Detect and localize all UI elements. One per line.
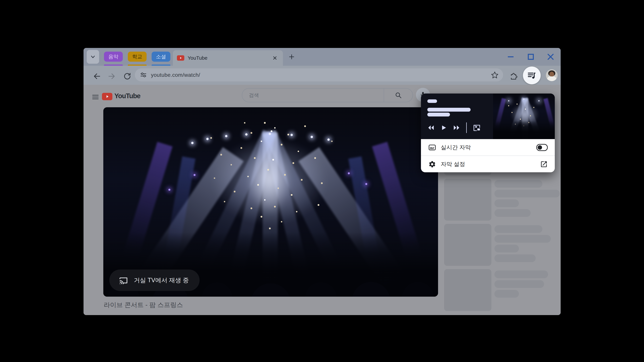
- youtube-logo-icon[interactable]: [102, 93, 112, 100]
- skeleton-text-line: [494, 225, 542, 233]
- cast-icon: [119, 276, 128, 285]
- skeleton-text-line: [494, 245, 519, 252]
- controls-divider: [466, 122, 467, 133]
- skeleton-text-line: [494, 254, 536, 262]
- skeleton-thumbnail: [444, 179, 492, 221]
- avatar-shirt: [547, 76, 556, 81]
- skeleton-text-line: [494, 180, 542, 188]
- tab-groups: 음악학교소셜: [104, 52, 170, 62]
- extensions-button[interactable]: [508, 71, 518, 81]
- url-text[interactable]: youtube.com/watch/: [151, 72, 200, 78]
- concert-video-frame: [103, 107, 438, 297]
- skeleton-text-line: [494, 290, 519, 298]
- media-title-placeholder: [427, 108, 470, 112]
- next-track-button[interactable]: [453, 124, 460, 132]
- tab-strip: 음악학교소셜 YouTube: [84, 48, 561, 66]
- previous-track-button[interactable]: [427, 124, 435, 132]
- tab-search-button[interactable]: [87, 50, 99, 64]
- star-icon: [491, 71, 499, 79]
- video-player[interactable]: 거실 TV에서 재생 중: [103, 107, 438, 297]
- new-tab-button[interactable]: [287, 52, 296, 62]
- chevron-down-icon: [89, 53, 96, 60]
- live-caption-toggle[interactable]: [536, 144, 548, 151]
- skeleton-text-line: [494, 199, 519, 207]
- media-info: [421, 93, 493, 139]
- skeleton-thumbnail: [444, 269, 492, 311]
- hamburger-icon: [92, 93, 100, 101]
- cast-status-chip[interactable]: 거실 TV에서 재생 중: [109, 270, 200, 291]
- skeleton-thumbnail: [444, 224, 492, 266]
- puzzle-icon: [509, 72, 518, 80]
- skeleton-row: [444, 269, 561, 311]
- live-caption-row[interactable]: 실시간 자막: [421, 139, 555, 156]
- browser-toolbar: youtube.com/watch/: [84, 66, 561, 85]
- queue-music-icon: [527, 71, 536, 80]
- back-button[interactable]: [92, 71, 102, 81]
- skeleton-text-line: [494, 280, 544, 288]
- tab-close-icon[interactable]: [271, 54, 278, 62]
- toggle-knob: [538, 145, 542, 150]
- reload-icon: [123, 72, 132, 80]
- skeleton-text-line: [494, 209, 531, 217]
- skeleton-row: [444, 179, 561, 221]
- caption-settings-label: 자막 설정: [441, 160, 540, 168]
- media-controls-popup: 실시간 자막 자막 설정: [421, 93, 555, 172]
- picture-in-picture-button[interactable]: [472, 123, 481, 132]
- video-title: 라이브 콘서트 - 팜 스프링스: [104, 301, 183, 309]
- tab-group-underline: [152, 64, 170, 66]
- forward-arrow-icon: [108, 72, 116, 80]
- tab-group-chip[interactable]: 음악: [104, 52, 123, 62]
- maximize-button[interactable]: [527, 48, 535, 66]
- profile-avatar[interactable]: [546, 69, 558, 81]
- media-artist-placeholder: [427, 113, 450, 116]
- cast-status-text: 거실 TV에서 재생 중: [134, 276, 189, 284]
- forward-button[interactable]: [107, 71, 117, 81]
- youtube-wordmark[interactable]: YouTube: [114, 92, 140, 100]
- media-label-placeholder: [427, 99, 437, 103]
- live-caption-label: 실시간 자막: [441, 144, 536, 151]
- skeleton-row: [444, 224, 561, 266]
- search-bar: [242, 88, 413, 102]
- active-tab-youtube[interactable]: YouTube: [173, 50, 283, 66]
- live-caption-icon: [428, 143, 436, 151]
- play-button[interactable]: [440, 124, 447, 131]
- tab-group-underline: [128, 64, 146, 66]
- search-button[interactable]: [384, 88, 412, 102]
- tab-group-chip[interactable]: 학교: [128, 52, 146, 62]
- skeleton-text-line: [494, 235, 551, 243]
- avatar-face: [550, 72, 554, 77]
- tab-group-chip[interactable]: 소셜: [152, 52, 170, 62]
- youtube-favicon-icon: [177, 55, 184, 61]
- menu-hamburger-button[interactable]: [90, 92, 100, 102]
- close-window-button[interactable]: [547, 48, 554, 66]
- media-artwork: [493, 93, 555, 139]
- address-bar[interactable]: youtube.com/watch/: [135, 68, 503, 81]
- gear-icon: [428, 160, 436, 168]
- tab-title: YouTube: [188, 55, 271, 61]
- desktop-background: 음악학교소셜 YouTube: [0, 0, 644, 362]
- search-icon: [394, 91, 402, 99]
- back-arrow-icon: [92, 72, 101, 80]
- media-controls-button[interactable]: [523, 66, 541, 84]
- tab-group-underline: [104, 64, 123, 66]
- search-input[interactable]: [248, 92, 384, 98]
- browser-window: 음악학교소셜 YouTube: [84, 48, 561, 315]
- skeleton-text-line: [494, 190, 560, 197]
- open-in-new-icon: [540, 160, 548, 168]
- tab-group-underlines: [104, 64, 170, 66]
- site-settings-icon[interactable]: [140, 71, 147, 79]
- skeleton-text-line: [494, 271, 548, 278]
- bookmark-star-button[interactable]: [491, 71, 499, 80]
- minimize-button[interactable]: [507, 48, 514, 66]
- mini-media-player: [421, 93, 555, 139]
- caption-settings-row[interactable]: 자막 설정: [421, 156, 555, 172]
- reload-button[interactable]: [122, 71, 132, 81]
